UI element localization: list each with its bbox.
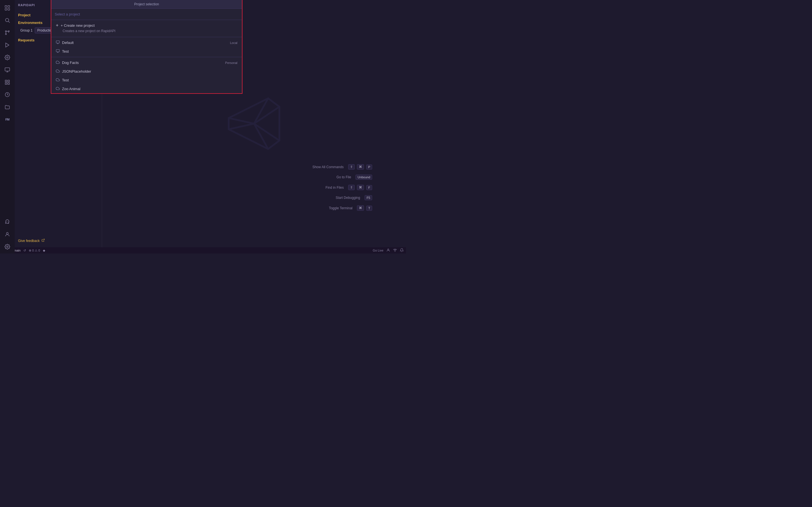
project-name-test-personal: Test (62, 78, 69, 82)
project-tag-local: Local (230, 41, 238, 45)
project-item-test-local-left: Test (56, 49, 69, 54)
project-item-zoo-animal-left: Zoo Animal (56, 87, 80, 91)
modal-overlay: Project selection + + Create new project… (0, 0, 406, 253)
cloud-icon-dog-facts (56, 60, 60, 65)
monitor-icon-test (56, 49, 60, 54)
modal-title-bar: Project selection (51, 0, 242, 9)
create-new-subtitle: Creates a new project on RapidAPI (51, 29, 242, 36)
project-item-dog-facts-left: Dog Facts (56, 60, 79, 65)
project-item-test-personal[interactable]: Test (51, 76, 242, 84)
create-new-project-item[interactable]: + + Create new project (51, 20, 242, 29)
project-item-jsonplaceholder-left: JSONPlaceholder (56, 69, 91, 74)
cloud-icon-test (56, 78, 60, 82)
project-name-test-local: Test (62, 49, 69, 54)
modal-search-input[interactable] (55, 11, 239, 17)
project-item-test-personal-left: Test (56, 78, 69, 82)
project-item-zoo-animal[interactable]: Zoo Animal (51, 84, 242, 93)
project-name-default: Default (62, 41, 73, 45)
modal-title: Project selection (134, 2, 159, 6)
project-item-test-local[interactable]: Test (51, 47, 242, 56)
section-divider-1 (51, 37, 242, 37)
project-item-jsonplaceholder[interactable]: JSONPlaceholder (51, 67, 242, 76)
cloud-icon-zoo (56, 87, 60, 91)
monitor-icon-default (56, 40, 60, 45)
section-divider-2 (51, 57, 242, 57)
project-name-jsonplaceholder: JSONPlaceholder (62, 69, 91, 73)
project-name-dog-facts: Dog Facts (62, 61, 79, 65)
project-selection-modal: Project selection + + Create new project… (51, 0, 243, 94)
project-tag-personal: Personal (225, 61, 238, 64)
svg-rect-35 (56, 50, 59, 52)
project-item-default-left: Default (56, 40, 73, 45)
plus-icon: + (56, 23, 58, 28)
project-name-zoo-animal: Zoo Animal (62, 87, 80, 91)
svg-rect-32 (56, 41, 59, 43)
cloud-icon-json (56, 69, 60, 74)
project-item-dog-facts[interactable]: Dog Facts Personal (51, 58, 242, 67)
modal-search-area (51, 9, 242, 20)
create-new-label: + Create new project (61, 23, 94, 27)
project-item-default[interactable]: Default Local (51, 38, 242, 47)
